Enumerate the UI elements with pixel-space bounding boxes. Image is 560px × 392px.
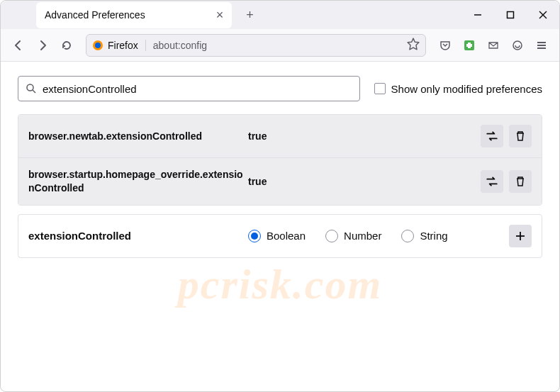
pref-name: browser.newtab.extensionControlled <box>28 130 248 143</box>
delete-button[interactable] <box>509 170 532 193</box>
search-box[interactable] <box>18 76 360 101</box>
address-url: about:config <box>153 40 207 51</box>
radio-icon <box>248 230 261 242</box>
pref-value: true <box>248 176 267 187</box>
tab-title: Advanced Preferences <box>45 9 145 21</box>
svg-point-9 <box>513 41 522 50</box>
radio-boolean[interactable]: Boolean <box>248 230 306 242</box>
radio-label: Boolean <box>267 230 306 242</box>
firefox-icon <box>92 40 103 51</box>
svg-point-13 <box>27 84 33 91</box>
show-modified-checkbox[interactable]: Show only modified preferences <box>374 83 542 95</box>
back-button[interactable] <box>8 35 29 56</box>
create-pref-name: extensionControlled <box>28 230 248 242</box>
radio-icon <box>401 230 414 242</box>
pref-row[interactable]: browser.startup.homepage_override.extens… <box>18 158 542 205</box>
radio-label: String <box>420 230 447 242</box>
pref-row[interactable]: browser.newtab.extensionControlled true <box>18 115 542 158</box>
extension-icon[interactable] <box>459 35 480 56</box>
new-tab-button[interactable]: + <box>246 8 254 23</box>
checkbox-label-text: Show only modified preferences <box>391 83 542 95</box>
svg-line-14 <box>33 90 35 93</box>
address-bar[interactable]: Firefox about:config <box>86 34 426 57</box>
svg-rect-1 <box>508 12 514 18</box>
shield-icon[interactable] <box>507 35 528 56</box>
bookmark-star-icon[interactable] <box>407 38 420 53</box>
close-window-button[interactable] <box>527 1 559 29</box>
radio-icon <box>325 230 338 242</box>
radio-number[interactable]: Number <box>325 230 381 242</box>
search-input[interactable] <box>43 83 352 95</box>
watermark: pcrisk.com <box>1 260 559 309</box>
add-button[interactable] <box>509 225 532 247</box>
toolbar: Firefox about:config <box>1 29 559 62</box>
pocket-icon[interactable] <box>435 35 456 56</box>
address-identity: Firefox <box>92 40 146 51</box>
page-content: Show only modified preferences browser.n… <box>1 62 559 272</box>
radio-string[interactable]: String <box>401 230 447 242</box>
window-controls <box>461 1 559 29</box>
toggle-button[interactable] <box>481 125 503 147</box>
create-pref-row: extensionControlled Boolean Number Strin… <box>18 214 542 258</box>
address-prefix-label: Firefox <box>108 40 138 51</box>
forward-button[interactable] <box>32 35 53 56</box>
toggle-button[interactable] <box>481 170 503 193</box>
search-row: Show only modified preferences <box>18 76 542 101</box>
pref-name: browser.startup.homepage_override.extens… <box>28 168 248 195</box>
reload-button[interactable] <box>56 35 77 56</box>
account-icon[interactable] <box>483 35 504 56</box>
pref-value: true <box>248 130 267 142</box>
results-table: browser.newtab.extensionControlled true … <box>18 114 542 206</box>
menu-button[interactable] <box>531 35 552 56</box>
svg-rect-8 <box>466 44 472 47</box>
titlebar: Advanced Preferences × + <box>1 1 559 29</box>
browser-tab[interactable]: Advanced Preferences × <box>36 2 232 28</box>
minimize-button[interactable] <box>461 1 494 29</box>
search-icon <box>26 83 37 94</box>
maximize-button[interactable] <box>494 1 527 29</box>
close-icon[interactable]: × <box>216 8 224 23</box>
radio-label: Number <box>344 230 381 242</box>
checkbox-icon <box>374 83 386 94</box>
svg-point-5 <box>95 43 101 48</box>
delete-button[interactable] <box>509 125 532 147</box>
type-radio-group: Boolean Number String <box>248 230 448 242</box>
